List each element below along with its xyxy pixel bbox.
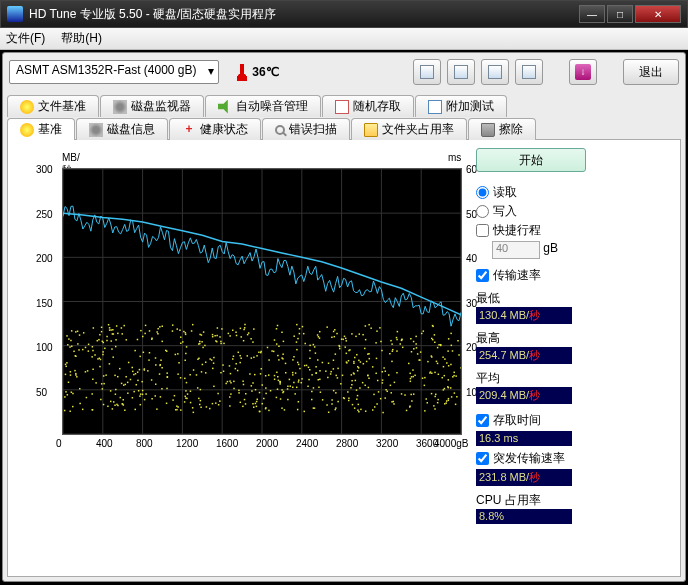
tab-file-benchmark[interactable]: 文件基准 [7, 95, 99, 117]
screenshot-button[interactable] [447, 59, 475, 85]
svg-rect-85 [115, 346, 116, 347]
svg-rect-586 [94, 354, 95, 355]
svg-rect-538 [201, 334, 202, 335]
svg-rect-717 [101, 327, 102, 328]
svg-rect-437 [128, 362, 129, 363]
svg-rect-110 [69, 411, 70, 412]
svg-rect-113 [450, 387, 451, 388]
burst-rate-checkbox[interactable]: 突发传输速率 [476, 450, 586, 467]
svg-rect-204 [230, 393, 231, 394]
tab-aam[interactable]: 自动噪音管理 [205, 95, 321, 117]
minimize-button[interactable]: — [579, 5, 605, 23]
svg-rect-74 [223, 343, 224, 344]
svg-rect-41 [70, 374, 71, 375]
svg-rect-286 [296, 387, 297, 388]
access-time-checkbox[interactable]: 存取时间 [476, 412, 586, 429]
svg-rect-237 [446, 362, 447, 363]
menu-help[interactable]: 帮助(H) [61, 30, 102, 47]
svg-rect-21 [356, 354, 357, 355]
svg-rect-192 [125, 384, 126, 385]
svg-rect-186 [437, 363, 438, 364]
svg-rect-100 [184, 360, 185, 361]
save-button[interactable] [515, 59, 543, 85]
svg-rect-182 [265, 393, 266, 394]
svg-rect-413 [389, 353, 390, 354]
tab-error-scan[interactable]: 错误扫描 [262, 118, 350, 140]
svg-rect-678 [280, 381, 281, 382]
temperature: 36℃ [235, 63, 279, 81]
svg-rect-548 [95, 382, 96, 383]
svg-rect-265 [277, 376, 278, 377]
svg-rect-532 [65, 391, 66, 392]
svg-rect-288 [292, 374, 293, 375]
tab-folder-usage[interactable]: 文件夹占用率 [351, 118, 467, 140]
tab-erase[interactable]: 擦除 [468, 118, 536, 140]
svg-rect-694 [334, 329, 335, 330]
svg-rect-270 [239, 355, 240, 356]
svg-rect-338 [292, 372, 293, 373]
svg-rect-563 [249, 373, 250, 374]
tab-info[interactable]: 磁盘信息 [76, 118, 168, 140]
write-radio[interactable]: 写入 [476, 203, 586, 220]
svg-rect-673 [344, 398, 345, 399]
svg-rect-149 [180, 377, 181, 378]
menu-file[interactable]: 文件(F) [6, 30, 45, 47]
svg-rect-560 [137, 339, 138, 340]
svg-rect-654 [350, 387, 351, 388]
thermometer-icon [235, 63, 249, 81]
svg-rect-547 [362, 334, 363, 335]
read-radio[interactable]: 读取 [476, 184, 586, 201]
svg-rect-704 [233, 388, 234, 389]
svg-rect-464 [132, 397, 133, 398]
tab-extra-tests[interactable]: 附加测试 [415, 95, 507, 117]
svg-rect-397 [177, 353, 178, 354]
svg-rect-587 [273, 351, 274, 352]
svg-rect-495 [315, 352, 316, 353]
svg-rect-324 [391, 361, 392, 362]
exit-button[interactable]: 退出 [623, 59, 679, 85]
svg-rect-220 [77, 331, 78, 332]
svg-rect-359 [262, 384, 263, 385]
start-button[interactable]: 开始 [476, 148, 586, 172]
svg-rect-691 [453, 375, 454, 376]
svg-rect-273 [144, 333, 145, 334]
maximize-button[interactable]: □ [607, 5, 633, 23]
svg-rect-686 [82, 349, 83, 350]
camera-button[interactable] [481, 59, 509, 85]
svg-rect-258 [413, 341, 414, 342]
svg-rect-28 [182, 341, 183, 342]
close-button[interactable]: ✕ [635, 5, 681, 23]
svg-rect-552 [110, 329, 111, 330]
tab-disk-monitor[interactable]: 磁盘监视器 [100, 95, 204, 117]
svg-rect-262 [219, 400, 220, 401]
svg-rect-680 [238, 392, 239, 393]
svg-rect-195 [379, 327, 380, 328]
svg-rect-573 [85, 347, 86, 348]
svg-rect-476 [219, 336, 220, 337]
max-label: 最高 [476, 330, 586, 347]
tab-health[interactable]: +健康状态 [169, 118, 261, 140]
svg-rect-456 [225, 383, 226, 384]
svg-rect-450 [185, 334, 186, 335]
tab-random-access[interactable]: 随机存取 [322, 95, 414, 117]
svg-rect-112 [253, 328, 254, 329]
download-button[interactable]: ↓ [569, 59, 597, 85]
benchmark-chart [62, 168, 462, 435]
tab-benchmark[interactable]: 基准 [7, 118, 75, 140]
svg-rect-444 [437, 399, 438, 400]
copy-button[interactable] [413, 59, 441, 85]
svg-rect-213 [184, 396, 185, 397]
svg-rect-49 [359, 333, 360, 334]
transfer-rate-checkbox[interactable]: 传输速率 [476, 267, 586, 284]
svg-rect-714 [92, 350, 93, 351]
magnifier-icon [275, 125, 285, 135]
svg-rect-485 [139, 395, 140, 396]
short-stroke-checkbox[interactable]: 快捷行程 [476, 222, 586, 239]
device-select[interactable]: ASMT ASM1352R-Fast (4000 gB) [9, 60, 219, 84]
svg-rect-628 [335, 353, 336, 354]
svg-rect-50 [358, 404, 359, 405]
svg-rect-197 [254, 374, 255, 375]
svg-rect-68 [79, 403, 80, 404]
svg-rect-462 [335, 375, 336, 376]
svg-rect-93 [394, 382, 395, 383]
